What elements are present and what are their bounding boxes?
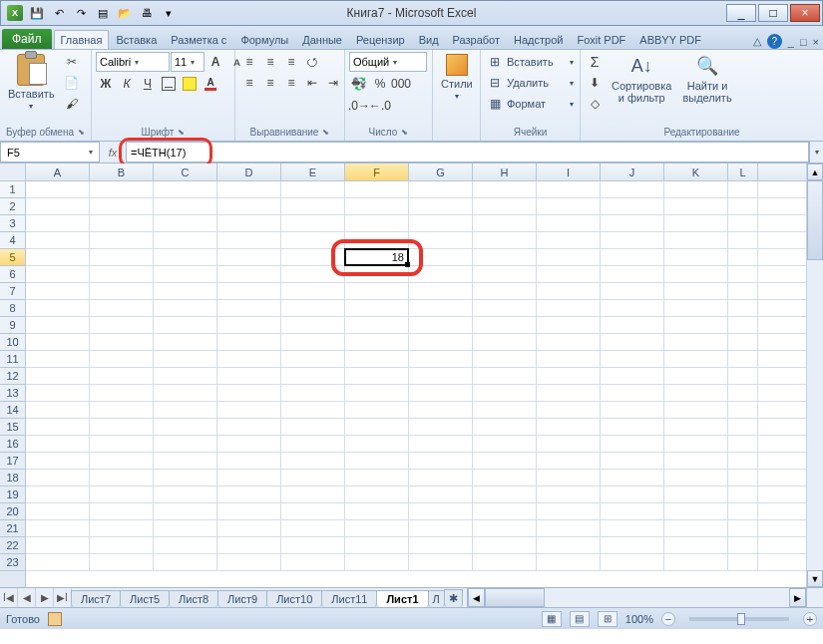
- cell-L18[interactable]: [728, 470, 758, 485]
- cell-A21[interactable]: [26, 520, 90, 536]
- sheet-first-button[interactable]: I◀: [0, 588, 18, 607]
- row-header-9[interactable]: 9: [0, 317, 25, 334]
- find-select-button[interactable]: 🔍 Найти и выделить: [678, 52, 735, 106]
- cell-F15[interactable]: [345, 419, 409, 435]
- tab-abbyy pdf[interactable]: ABBYY PDF: [632, 30, 708, 49]
- ribbon-minimize-icon[interactable]: △: [753, 35, 761, 48]
- cell-F16[interactable]: [345, 436, 409, 452]
- cell-C1[interactable]: [154, 181, 217, 197]
- cell-J5[interactable]: [601, 249, 664, 265]
- cell-D6[interactable]: [217, 266, 281, 282]
- sheet-tab-Лист5[interactable]: Лист5: [120, 590, 170, 607]
- decrease-decimal-button[interactable]: ←.0: [370, 96, 390, 116]
- cell-E9[interactable]: [281, 317, 345, 333]
- column-header-K[interactable]: K: [664, 163, 728, 180]
- zoom-in-button[interactable]: +: [803, 612, 817, 626]
- cell-F22[interactable]: [345, 537, 409, 553]
- tab-надстрой[interactable]: Надстрой: [507, 30, 570, 49]
- cell-F18[interactable]: [345, 470, 409, 485]
- cell-C3[interactable]: [154, 215, 217, 231]
- borders-button[interactable]: [159, 74, 179, 94]
- cell-A8[interactable]: [26, 300, 90, 316]
- cell-G16[interactable]: [409, 436, 473, 452]
- paste-button[interactable]: Вставить ▾: [4, 52, 59, 113]
- cell-E8[interactable]: [281, 300, 345, 316]
- cell-L19[interactable]: [728, 486, 758, 502]
- cell-K22[interactable]: [664, 537, 728, 553]
- format-cells-button[interactable]: ▦Формат▾: [485, 94, 576, 114]
- cell-K8[interactable]: [664, 300, 728, 316]
- cell-G3[interactable]: [409, 215, 473, 231]
- cell-C15[interactable]: [154, 419, 217, 435]
- cell-F3[interactable]: [345, 215, 409, 231]
- zoom-level[interactable]: 100%: [625, 613, 653, 625]
- cell-J7[interactable]: [601, 283, 664, 299]
- sheet-tab-Лист10[interactable]: Лист10: [266, 590, 322, 607]
- zoom-slider[interactable]: [689, 617, 789, 621]
- cell-L4[interactable]: [728, 232, 758, 248]
- cell-K11[interactable]: [664, 351, 728, 367]
- cell-I12[interactable]: [537, 368, 601, 384]
- align-left-button[interactable]: ≡: [239, 73, 259, 93]
- cell-C17[interactable]: [154, 453, 217, 469]
- cell-F9[interactable]: [345, 317, 409, 333]
- column-header-D[interactable]: D: [217, 163, 281, 180]
- tab-разработ[interactable]: Разработ: [446, 30, 507, 49]
- cell-I16[interactable]: [537, 436, 601, 452]
- cell-B22[interactable]: [90, 537, 154, 553]
- cell-G13[interactable]: [409, 385, 473, 401]
- qat-save[interactable]: 💾: [27, 3, 47, 23]
- fill-button[interactable]: ⬇: [585, 73, 605, 93]
- row-header-5[interactable]: 5: [0, 249, 25, 266]
- row-header-2[interactable]: 2: [0, 198, 25, 215]
- cell-J3[interactable]: [601, 215, 664, 231]
- tab-главная[interactable]: Главная: [54, 30, 110, 49]
- cell-D11[interactable]: [217, 351, 281, 367]
- cell-B20[interactable]: [90, 503, 154, 519]
- column-header-E[interactable]: E: [281, 163, 345, 180]
- cell-L12[interactable]: [728, 368, 758, 384]
- cell-L1[interactable]: [728, 181, 758, 197]
- cell-J14[interactable]: [601, 402, 664, 418]
- cell-L8[interactable]: [728, 300, 758, 316]
- cell-J20[interactable]: [601, 503, 664, 519]
- fill-color-button[interactable]: [180, 74, 200, 94]
- cell-A12[interactable]: [26, 368, 90, 384]
- cell-B12[interactable]: [90, 368, 154, 384]
- tab-вид[interactable]: Вид: [412, 30, 446, 49]
- cell-C4[interactable]: [154, 232, 217, 248]
- sheet-last-button[interactable]: ▶I: [54, 588, 72, 607]
- fx-button[interactable]: fx: [104, 144, 122, 161]
- cell-E1[interactable]: [281, 181, 345, 197]
- cell-D13[interactable]: [217, 385, 281, 401]
- window-maximize[interactable]: □: [758, 4, 788, 22]
- cell-D4[interactable]: [217, 232, 281, 248]
- cell-E23[interactable]: [281, 554, 345, 570]
- qat-new[interactable]: ▤: [93, 3, 113, 23]
- workbook-close[interactable]: ×: [813, 36, 819, 48]
- cell-C20[interactable]: [154, 503, 217, 519]
- cell-C8[interactable]: [154, 300, 217, 316]
- cell-E7[interactable]: [281, 283, 345, 299]
- cell-J17[interactable]: [601, 453, 664, 469]
- cell-I17[interactable]: [537, 453, 601, 469]
- cell-H9[interactable]: [473, 317, 537, 333]
- cell-L16[interactable]: [728, 436, 758, 452]
- cell-L17[interactable]: [728, 453, 758, 469]
- zoom-out-button[interactable]: −: [661, 612, 675, 626]
- cell-G21[interactable]: [409, 520, 473, 536]
- file-tab[interactable]: Файл: [2, 29, 52, 49]
- delete-cells-button[interactable]: ⊟Удалить▾: [485, 73, 576, 93]
- scroll-up-button[interactable]: ▲: [807, 163, 823, 180]
- cell-F7[interactable]: [345, 283, 409, 299]
- sheet-tab-Лист9[interactable]: Лист9: [217, 590, 267, 607]
- cell-E15[interactable]: [281, 419, 345, 435]
- currency-button[interactable]: 💱: [349, 74, 369, 94]
- cell-J13[interactable]: [601, 385, 664, 401]
- cell-C12[interactable]: [154, 368, 217, 384]
- cell-H18[interactable]: [473, 470, 537, 485]
- cell-I19[interactable]: [537, 486, 601, 502]
- cell-I10[interactable]: [537, 334, 601, 350]
- cell-G9[interactable]: [409, 317, 473, 333]
- view-layout-button[interactable]: ▤: [570, 611, 590, 627]
